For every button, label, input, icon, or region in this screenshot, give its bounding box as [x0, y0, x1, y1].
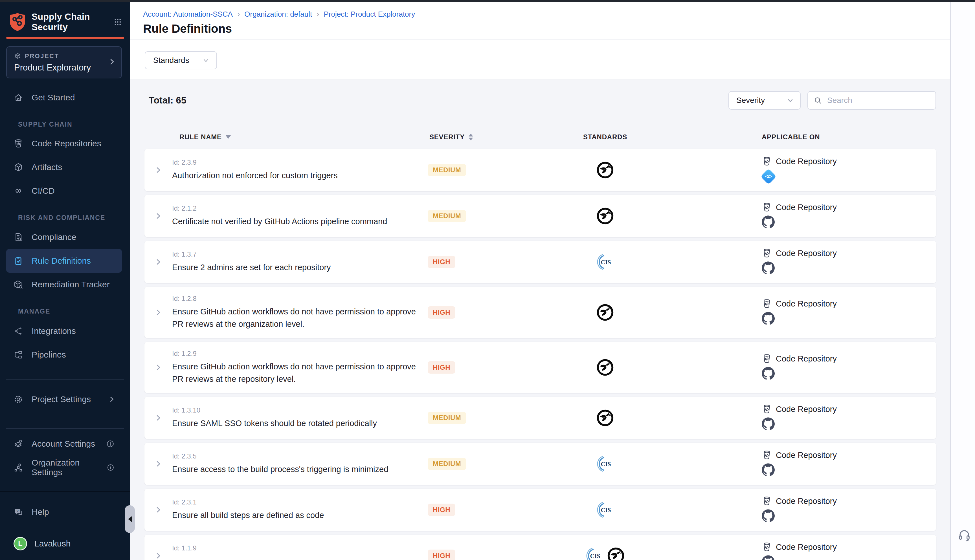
severity-dropdown-label: Severity [736, 96, 765, 105]
sidebar-item-remediation-tracker[interactable]: Remediation Tracker [6, 273, 122, 297]
applicable-on-cell: Code Repository [664, 496, 936, 523]
github-icon [762, 215, 775, 230]
table-row[interactable]: Id: 2.3.1 Ensure all build steps are def… [144, 489, 936, 531]
severity-cell: HIGH [428, 361, 546, 373]
sidebar-collapse-handle[interactable] [125, 505, 135, 533]
row-expander[interactable] [144, 552, 172, 560]
rule-id: Id: 1.1.9 [172, 544, 428, 552]
code-repository-icon [762, 450, 772, 460]
info-icon[interactable] [107, 463, 115, 472]
sidebar-item-rule-definitions[interactable]: Rule Definitions [6, 249, 122, 273]
right-gutter [950, 2, 975, 560]
sidebar-item-account-settings[interactable]: Account Settings [6, 432, 122, 456]
harness-code-icon: </> [761, 168, 777, 185]
provider-slot: </> [762, 169, 936, 184]
breadcrumb: Account: Automation-SSCA › Organization:… [143, 10, 415, 18]
owasp-standard-icon [596, 304, 614, 321]
module-grid-icon[interactable] [114, 17, 122, 27]
support-headset-icon[interactable] [958, 528, 971, 542]
sidebar-item-artifacts[interactable]: Artifacts [6, 155, 122, 179]
table-row[interactable]: Id: 1.2.9 Ensure GitHub action workflows… [144, 342, 936, 393]
severity-cell: MEDIUM [428, 412, 546, 424]
table-row[interactable]: Id: 1.3.10 Ensure SAML SSO tokens should… [144, 397, 936, 439]
sidebar-item-pipelines[interactable]: Pipelines [6, 343, 122, 367]
owasp-standard-icon [607, 547, 624, 560]
row-expander[interactable] [144, 414, 172, 422]
chevron-down-icon [786, 97, 794, 104]
document-search-icon [13, 232, 23, 242]
applicable-label: Code Repository [776, 249, 837, 258]
user-menu[interactable]: L Lavakush [6, 532, 122, 555]
rule-name-cell: Id: 1.2.9 Ensure GitHub action workflows… [172, 342, 428, 393]
app-title: Supply Chain Security [32, 12, 114, 32]
provider-slot [762, 261, 936, 276]
sidebar-item-organization-settings[interactable]: Organization Settings [6, 456, 122, 479]
sidebar-item-project-settings[interactable]: Project Settings [6, 387, 122, 411]
severity-cell: MEDIUM [428, 164, 546, 176]
severity-cell: MEDIUM [428, 458, 546, 470]
sidebar-item-label: Compliance [32, 232, 76, 242]
row-expander[interactable] [144, 212, 172, 220]
section-supply-chain: SUPPLY CHAIN [18, 120, 72, 128]
row-expander[interactable] [144, 460, 172, 468]
divider [6, 379, 124, 380]
severity-badge: HIGH [428, 550, 455, 560]
table-row[interactable]: Id: 2.3.5 Ensure access to the build pro… [144, 443, 936, 485]
info-icon[interactable] [106, 440, 115, 448]
row-expander[interactable] [144, 308, 172, 317]
breadcrumb-account[interactable]: Account: Automation-SSCA [143, 10, 233, 18]
search-box [807, 91, 936, 110]
rule-name-cell: Id: 2.3.9 Authorization not enforced for… [172, 150, 428, 190]
total-count: Total: 65 [149, 90, 186, 110]
sidebar-item-code-repositories[interactable]: Code Repositories [6, 132, 122, 155]
standards-dropdown[interactable]: Standards [145, 51, 217, 69]
sidebar-item-get-started[interactable]: Get Started [6, 86, 122, 109]
column-rule-name[interactable]: RULE NAME [172, 133, 428, 141]
sidebar-item-help[interactable]: Help [6, 500, 122, 524]
column-label: APPLICABLE ON [762, 133, 820, 141]
breadcrumb-organization[interactable]: Organization: default [244, 10, 312, 18]
column-severity[interactable]: SEVERITY [428, 133, 546, 141]
applicable-on-cell: Code Repository [664, 248, 936, 276]
sidebar-item-label: Help [32, 507, 49, 517]
table-header: RULE NAME SEVERITY STANDARDS APPLICABLE … [144, 130, 936, 144]
owasp-standard-icon [596, 207, 614, 225]
sidebar-item-compliance[interactable]: Compliance [6, 225, 122, 249]
owasp-standard-icon [596, 161, 614, 179]
app-root: Supply Chain Security PROJECT Product Ex… [0, 0, 975, 560]
chevron-right-icon [154, 308, 162, 317]
standards-cell [546, 161, 664, 179]
sidebar-item-label: Artifacts [32, 162, 62, 172]
sidebar-item-label: Get Started [32, 93, 75, 102]
row-expander[interactable] [144, 363, 172, 372]
sidebar-item-label: Remediation Tracker [32, 280, 110, 289]
table-row[interactable]: Id: 1.1.9 HIGH Code Repository [144, 535, 936, 560]
user-name: Lavakush [34, 539, 70, 548]
help-chat-icon [13, 507, 23, 517]
code-repository-icon [762, 248, 772, 258]
sidebar-item-cicd[interactable]: CI/CD [6, 179, 122, 203]
breadcrumb-project[interactable]: Project: Product Exploratory [324, 10, 415, 18]
chevron-right-icon [154, 258, 162, 266]
search-input[interactable] [827, 96, 930, 105]
table-row[interactable]: Id: 1.2.8 Ensure GitHub action workflows… [144, 287, 936, 338]
project-selector[interactable]: PROJECT Product Exploratory [6, 46, 122, 78]
applicable-on-cell: Code Repository [664, 404, 936, 432]
rule-id: Id: 1.2.8 [172, 295, 428, 303]
table-row[interactable]: Id: 2.3.9 Authorization not enforced for… [144, 149, 936, 191]
chevron-right-icon [108, 395, 116, 403]
sidebar-item-label: Pipelines [32, 350, 66, 360]
column-label: STANDARDS [583, 133, 627, 141]
rule-id: Id: 2.3.9 [172, 158, 428, 167]
table-row[interactable]: Id: 2.1.2 Certificate not verified by Gi… [144, 195, 936, 237]
rule-id: Id: 2.3.1 [172, 498, 428, 506]
row-expander[interactable] [144, 506, 172, 514]
row-expander[interactable] [144, 258, 172, 266]
row-expander[interactable] [144, 166, 172, 174]
standards-cell [546, 359, 664, 376]
sidebar-item-integrations[interactable]: Integrations [6, 319, 122, 343]
applicable-on-cell: Code Repository [664, 353, 936, 381]
severity-dropdown[interactable]: Severity [728, 91, 801, 110]
applicable-label: Code Repository [776, 203, 837, 212]
table-row[interactable]: Id: 1.3.7 Ensure 2 admins are set for ea… [144, 241, 936, 283]
